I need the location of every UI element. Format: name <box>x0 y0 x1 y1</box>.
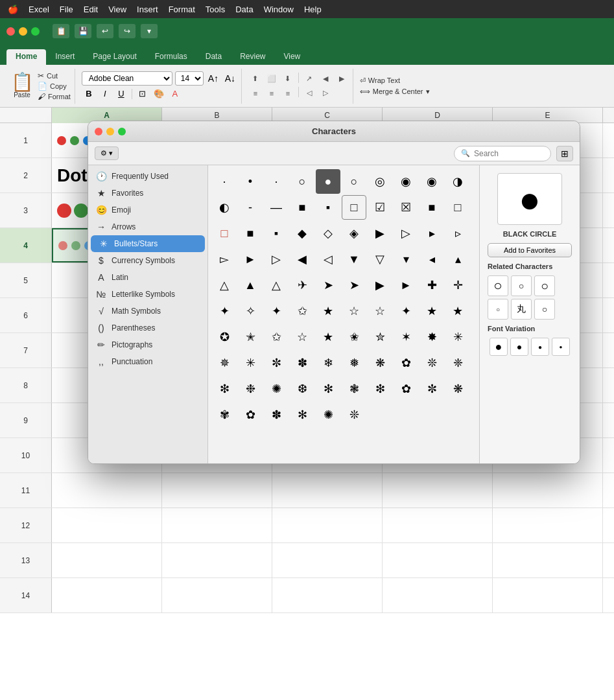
list-item[interactable]: ✮ <box>368 325 392 349</box>
category-frequently-used[interactable]: 🕐 Frequently Used <box>88 168 207 185</box>
tab-formulas[interactable]: Formulas <box>146 49 196 65</box>
align-bottom-button[interactable]: ⬇ <box>281 73 295 86</box>
list-item[interactable]: ◉ <box>419 169 444 194</box>
menu-window[interactable]: Window <box>264 5 294 14</box>
list-item[interactable]: ◐ <box>212 195 237 220</box>
align-right-button[interactable]: ≡ <box>281 87 295 100</box>
list-item[interactable]: ▻ <box>212 247 237 272</box>
list-item[interactable]: ▼ <box>342 247 366 272</box>
list-item[interactable]: ★ <box>316 299 340 323</box>
list-item[interactable]: ✳ <box>445 325 470 349</box>
list-item[interactable]: ○ <box>290 169 314 194</box>
list-item[interactable]: ◂ <box>419 247 444 272</box>
category-arrows[interactable]: → Arrows <box>88 218 207 235</box>
menu-data[interactable]: Data <box>235 5 253 14</box>
list-item[interactable]: ▷ <box>264 247 289 272</box>
minimize-button[interactable] <box>19 27 27 36</box>
list-item[interactable]: ▶ <box>368 273 392 298</box>
ltr-button[interactable]: ▷ <box>318 87 333 100</box>
list-item[interactable]: ◉ <box>394 169 418 194</box>
list-item[interactable]: ✳ <box>238 351 263 375</box>
list-item[interactable]: ✚ <box>419 273 444 298</box>
maximize-button[interactable] <box>31 27 40 36</box>
list-item[interactable]: △ <box>212 273 237 298</box>
grid-view-button[interactable]: ⊞ <box>556 146 573 161</box>
list-item[interactable]: ✬ <box>342 325 366 349</box>
category-pictographs[interactable]: ✏ Pictographs <box>88 336 207 353</box>
tab-data[interactable]: Data <box>196 49 231 65</box>
related-char-5[interactable]: 丸 <box>511 299 532 320</box>
menu-file[interactable]: File <box>60 5 73 14</box>
list-item[interactable]: ☆ <box>342 299 366 323</box>
list-item[interactable]: ☒ <box>394 195 418 220</box>
align-center-button[interactable]: ≡ <box>265 87 279 100</box>
related-char-1[interactable]: ○ <box>488 275 508 296</box>
tab-review[interactable]: Review <box>231 49 274 65</box>
list-item[interactable]: □ <box>342 195 366 220</box>
category-bullets-stars[interactable]: ✳ Bullets/Stars <box>91 235 205 252</box>
related-char-4[interactable]: ○ <box>488 299 508 320</box>
list-item[interactable]: ▾ <box>394 247 418 272</box>
list-item[interactable]: △ <box>264 273 289 298</box>
list-item[interactable]: ▽ <box>368 247 392 272</box>
list-item[interactable]: ✩ <box>290 299 314 323</box>
list-item[interactable]: ✸ <box>419 325 444 349</box>
list-item[interactable]: ✼ <box>419 377 444 401</box>
list-item[interactable]: □ <box>212 221 237 246</box>
list-item[interactable]: ■ <box>238 221 263 246</box>
list-item[interactable]: ◁ <box>316 247 340 272</box>
list-item[interactable]: ✿ <box>394 377 418 401</box>
list-item[interactable]: ✈ <box>290 273 314 298</box>
font-shrink-button[interactable]: A↓ <box>223 71 237 86</box>
bold-button[interactable]: B <box>82 87 96 101</box>
border-button[interactable]: ⊡ <box>136 87 150 101</box>
list-item[interactable]: ▴ <box>445 247 470 272</box>
list-item[interactable]: ✧ <box>238 299 263 323</box>
list-item[interactable]: • <box>238 169 263 194</box>
list-item[interactable]: ★ <box>316 325 340 349</box>
list-item[interactable]: - <box>238 195 263 220</box>
list-item[interactable]: ➤ <box>316 273 340 298</box>
rtl-button[interactable]: ◁ <box>302 87 316 100</box>
category-latin[interactable]: A Latin <box>88 269 207 286</box>
list-item[interactable]: ❊ <box>342 402 366 427</box>
list-item[interactable]: ❅ <box>342 351 366 375</box>
list-item[interactable]: ▪ <box>264 221 289 246</box>
list-item[interactable]: ✾ <box>212 402 237 427</box>
list-item[interactable]: ✼ <box>264 351 289 375</box>
list-item[interactable]: ☆ <box>290 325 314 349</box>
related-char-3[interactable]: ○ <box>534 275 555 296</box>
add-to-favorites-button[interactable]: Add to Favorites <box>488 243 572 257</box>
dialog-minimize-button[interactable] <box>106 128 114 135</box>
apple-logo[interactable]: 🍎 <box>8 5 18 14</box>
list-item[interactable]: · <box>264 169 289 194</box>
tab-home[interactable]: Home <box>6 49 46 65</box>
list-item[interactable]: ◈ <box>342 221 366 246</box>
menu-edit[interactable]: Edit <box>84 5 98 14</box>
font-color-button[interactable]: A <box>168 87 182 101</box>
list-item[interactable]: ❇ <box>368 377 392 401</box>
category-parentheses[interactable]: () Parentheses <box>88 320 207 336</box>
list-item[interactable]: ✽ <box>264 402 289 427</box>
align-middle-button[interactable]: ⬜ <box>265 73 279 86</box>
save-icon[interactable]: 💾 <box>75 24 91 38</box>
category-punctuation[interactable]: ,, Punctuation <box>88 353 207 370</box>
list-item[interactable]: ► <box>238 247 263 272</box>
list-item[interactable]: ✺ <box>316 402 340 427</box>
list-item[interactable]: ● <box>316 169 340 194</box>
list-item[interactable]: ❆ <box>290 377 314 401</box>
font-size-select[interactable]: 14 <box>175 71 204 86</box>
align-top-button[interactable]: ⬆ <box>248 73 263 86</box>
font-variation-char-1[interactable]: ● <box>490 338 508 356</box>
list-item[interactable]: ◆ <box>290 221 314 246</box>
list-item[interactable]: ✻ <box>316 377 340 401</box>
list-item[interactable]: ◇ <box>316 221 340 246</box>
list-item[interactable]: ▹ <box>445 221 470 246</box>
category-letterlike[interactable]: № Letterlike Symbols <box>88 286 207 303</box>
list-item[interactable]: ✽ <box>290 351 314 375</box>
align-left-button[interactable]: ≡ <box>248 87 263 100</box>
fill-color-button[interactable]: 🎨 <box>152 87 166 101</box>
menu-format[interactable]: Format <box>169 5 195 14</box>
list-item[interactable]: — <box>264 195 289 220</box>
list-item[interactable]: ★ <box>445 299 470 323</box>
